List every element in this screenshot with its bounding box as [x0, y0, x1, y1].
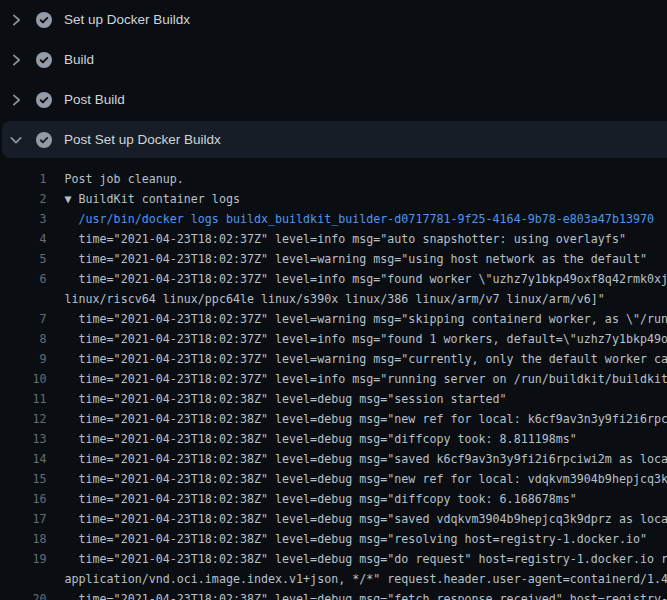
log-line-number[interactable]: 17: [0, 509, 47, 529]
log-line[interactable]: 2 ▼ BuildKit container logs: [0, 189, 667, 209]
log-line[interactable]: 13 time="2021-04-23T18:02:38Z" level=deb…: [0, 429, 667, 449]
log-line[interactable]: 12 time="2021-04-23T18:02:38Z" level=deb…: [0, 409, 667, 429]
log-line[interactable]: 14 time="2021-04-23T18:02:38Z" level=deb…: [0, 449, 667, 469]
log-line-text: time="2021-04-23T18:02:38Z" level=debug …: [65, 549, 667, 569]
log-line-text: time="2021-04-23T18:02:38Z" level=debug …: [65, 589, 667, 600]
chevron-down-icon[interactable]: [8, 132, 24, 148]
log-line-text: time="2021-04-23T18:02:38Z" level=debug …: [65, 509, 667, 529]
log-line-text: time="2021-04-23T18:02:38Z" level=debug …: [65, 489, 577, 509]
log-line-text: time="2021-04-23T18:02:37Z" level=info m…: [65, 369, 667, 389]
log-line-number[interactable]: 10: [0, 369, 47, 389]
step-row[interactable]: Post Set up Docker Buildx: [0, 120, 667, 160]
log-line[interactable]: 4 time="2021-04-23T18:02:37Z" level=info…: [0, 229, 667, 249]
log-line-number[interactable]: 16: [0, 489, 47, 509]
log-line-number[interactable]: 14: [0, 449, 47, 469]
log-line[interactable]: 6 time="2021-04-23T18:02:37Z" level=info…: [0, 269, 667, 289]
log-line-number[interactable]: 1: [0, 169, 47, 189]
log-line-text: time="2021-04-23T18:02:38Z" level=debug …: [65, 469, 667, 489]
log-line[interactable]: 15 time="2021-04-23T18:02:38Z" level=deb…: [0, 469, 667, 489]
log-line-number[interactable]: 19: [0, 549, 47, 569]
log-line[interactable]: 7 time="2021-04-23T18:02:37Z" level=warn…: [0, 309, 667, 329]
log-line-number[interactable]: 11: [0, 389, 47, 409]
log-line-text: /usr/bin/docker logs buildx_buildkit_bui…: [65, 209, 654, 229]
log-line-text: time="2021-04-23T18:02:37Z" level=warnin…: [65, 349, 667, 369]
log-line[interactable]: 20 time="2021-04-23T18:02:38Z" level=deb…: [0, 589, 667, 600]
chevron-right-icon[interactable]: [8, 92, 24, 108]
log-area: 1 Post job cleanup. 2 ▼ BuildKit contain…: [0, 169, 667, 600]
log-line[interactable]: 19 time="2021-04-23T18:02:38Z" level=deb…: [0, 549, 667, 569]
log-line[interactable]: 11 time="2021-04-23T18:02:38Z" level=deb…: [0, 389, 667, 409]
step-title: Build: [64, 40, 94, 80]
log-line-number[interactable]: 6: [0, 269, 47, 289]
step-row[interactable]: Build: [0, 40, 667, 80]
log-line[interactable]: application/vnd.oci.image.index.v1+json,…: [0, 569, 667, 589]
log-line-text: linux/riscv64 linux/ppc64le linux/s390x …: [65, 289, 605, 309]
log-line-text: ▼ BuildKit container logs: [65, 189, 240, 209]
log-line-text: time="2021-04-23T18:02:38Z" level=debug …: [65, 389, 507, 409]
step-title: Post Set up Docker Buildx: [64, 120, 221, 160]
log-line-number[interactable]: 12: [0, 409, 47, 429]
log-line[interactable]: 16 time="2021-04-23T18:02:38Z" level=deb…: [0, 489, 667, 509]
step-row[interactable]: Post Build: [0, 80, 667, 120]
log-line[interactable]: 18 time="2021-04-23T18:02:38Z" level=deb…: [0, 529, 667, 549]
log-line[interactable]: 17 time="2021-04-23T18:02:38Z" level=deb…: [0, 509, 667, 529]
log-line[interactable]: linux/riscv64 linux/ppc64le linux/s390x …: [0, 289, 667, 309]
step-title: Post Build: [64, 80, 125, 120]
log-line-text: time="2021-04-23T18:02:38Z" level=debug …: [65, 429, 577, 449]
step-row[interactable]: Set up Docker Buildx: [0, 0, 667, 40]
log-line-number[interactable]: 5: [0, 249, 47, 269]
log-line[interactable]: 9 time="2021-04-23T18:02:37Z" level=warn…: [0, 349, 667, 369]
log-line[interactable]: 8 time="2021-04-23T18:02:37Z" level=info…: [0, 329, 667, 349]
check-circle-icon: [36, 52, 52, 68]
log-line-text: time="2021-04-23T18:02:37Z" level=info m…: [65, 229, 626, 249]
check-circle-icon: [36, 12, 52, 28]
log-line-number[interactable]: 2: [0, 189, 47, 209]
log-line[interactable]: 3 /usr/bin/docker logs buildx_buildkit_b…: [0, 209, 667, 229]
log-line-number[interactable]: 20: [0, 589, 47, 600]
log-line[interactable]: 1 Post job cleanup.: [0, 169, 667, 189]
step-title: Set up Docker Buildx: [64, 0, 190, 40]
log-line-number[interactable]: 3: [0, 209, 47, 229]
log-line-number[interactable]: 8: [0, 329, 47, 349]
log-line-number[interactable]: 13: [0, 429, 47, 449]
log-line[interactable]: 5 time="2021-04-23T18:02:37Z" level=warn…: [0, 249, 667, 269]
log-line-text: time="2021-04-23T18:02:37Z" level=info m…: [65, 329, 667, 349]
chevron-right-icon[interactable]: [8, 12, 24, 28]
log-line-number[interactable]: 4: [0, 229, 47, 249]
log-line-text: time="2021-04-23T18:02:38Z" level=debug …: [65, 409, 667, 429]
log-line-text: time="2021-04-23T18:02:37Z" level=warnin…: [65, 249, 647, 269]
log-line[interactable]: 10 time="2021-04-23T18:02:37Z" level=inf…: [0, 369, 667, 389]
log-line-number[interactable]: 18: [0, 529, 47, 549]
log-line-number[interactable]: 7: [0, 309, 47, 329]
check-circle-icon: [36, 132, 52, 148]
log-line-text: time="2021-04-23T18:02:38Z" level=debug …: [65, 449, 667, 469]
steps-list: Set up Docker Buildx Build Post Build: [0, 0, 667, 160]
log-line-number[interactable]: 15: [0, 469, 47, 489]
log-line-number[interactable]: 9: [0, 349, 47, 369]
log-line-text: Post job cleanup.: [65, 169, 184, 189]
log-line-text: application/vnd.oci.image.index.v1+json,…: [65, 569, 667, 589]
check-circle-icon: [36, 92, 52, 108]
log-line-text: time="2021-04-23T18:02:38Z" level=debug …: [65, 529, 647, 549]
log-line-text: time="2021-04-23T18:02:37Z" level=info m…: [65, 269, 667, 289]
log-line-text: time="2021-04-23T18:02:37Z" level=warnin…: [65, 309, 667, 329]
chevron-right-icon[interactable]: [8, 52, 24, 68]
